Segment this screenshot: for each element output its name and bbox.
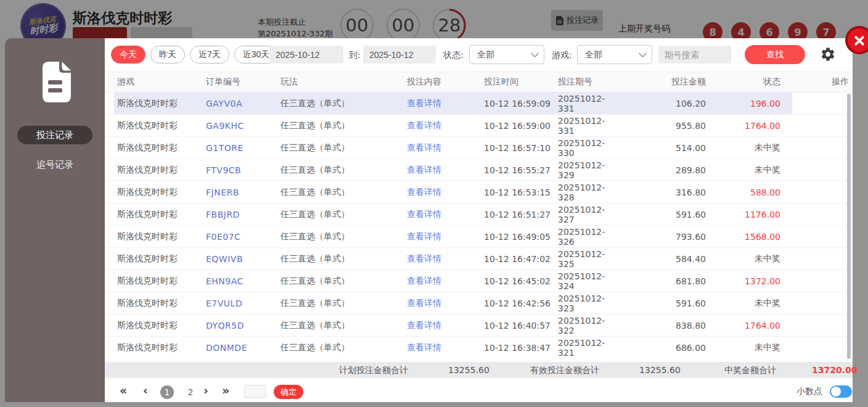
view-detail-link[interactable]: 查看详情 <box>407 276 484 287</box>
table-body: 斯洛伐克时时彩GAYV0A任三直选（单式）查看详情10-12 16:59:092… <box>105 92 853 358</box>
sidebar-item[interactable]: 追号记录 <box>17 155 92 174</box>
prev-page-button[interactable]: ‹ <box>143 384 148 397</box>
cell-bet-time: 10-12 16:57:10 <box>484 143 558 153</box>
view-detail-link[interactable]: 查看详情 <box>407 231 484 242</box>
cell-status: 1176.00 <box>709 210 784 220</box>
table-row: 斯洛伐克时时彩GAYV0A任三直选（单式）查看详情10-12 16:59:092… <box>105 92 853 114</box>
cell-play-type: 任三直选（单式） <box>280 276 407 287</box>
valid-total-value: 13255.60 <box>639 362 681 378</box>
view-detail-link[interactable]: 查看详情 <box>407 253 484 265</box>
view-detail-link[interactable]: 查看详情 <box>407 342 484 353</box>
cell-status: 1372.00 <box>709 276 784 286</box>
period-search-input[interactable] <box>658 46 731 64</box>
quick-range-filters: 今天昨天近7天近30天 <box>111 46 283 64</box>
cell-game: 斯洛伐克时时彩 <box>117 231 206 242</box>
cell-status: 未中奖 <box>709 253 784 265</box>
view-detail-link[interactable]: 查看详情 <box>407 320 484 331</box>
cell-status: 未中奖 <box>709 342 784 353</box>
cell-game: 斯洛伐克时时彩 <box>117 165 206 176</box>
date-from-input[interactable] <box>269 46 343 64</box>
view-detail-link[interactable]: 查看详情 <box>407 120 484 131</box>
cell-amount: 591.60 <box>620 298 709 308</box>
table-row: 斯洛伐克时时彩FTV9CB任三直选（单式）查看详情10-12 16:55:272… <box>105 158 853 181</box>
order-id-link[interactable]: EQWIVB <box>206 254 280 264</box>
view-detail-link[interactable]: 查看详情 <box>407 209 484 220</box>
cell-play-type: 任三直选（单式） <box>280 320 407 331</box>
view-detail-link[interactable]: 查看详情 <box>407 98 484 109</box>
cell-bet-time: 10-12 16:59:00 <box>484 121 558 131</box>
cell-bet-time: 10-12 16:42:56 <box>484 298 558 308</box>
view-detail-link[interactable]: 查看详情 <box>407 187 484 198</box>
order-id-link[interactable]: E7VULD <box>206 298 280 308</box>
sidebar-item[interactable]: 投注记录 <box>17 126 92 144</box>
order-id-link[interactable]: GA9KHC <box>206 121 280 131</box>
totals-bar: 计划投注金额合计 13255.60 有效投注金额合计 13255.60 中奖金额… <box>105 362 853 378</box>
cell-amount: 686.00 <box>620 343 709 353</box>
cell-amount: 838.80 <box>620 321 709 331</box>
view-detail-link[interactable]: 查看详情 <box>407 142 484 154</box>
bet-records-modal: 今天昨天近7天近30天 到: 状态: 全部 游戏: 全部 查找 游戏订单编号玩法… <box>105 38 853 402</box>
page-jump-confirm-button[interactable]: 确定 <box>274 385 303 399</box>
order-id-link[interactable]: EHN9AC <box>206 276 280 286</box>
cell-bet-time: 10-12 16:49:05 <box>484 232 558 242</box>
decimal-toggle[interactable] <box>830 385 852 398</box>
status-filter-label: 状态: <box>443 50 464 61</box>
next-page-button[interactable]: › <box>203 384 208 397</box>
quick-range-button[interactable]: 今天 <box>111 46 145 64</box>
quick-range-button[interactable]: 近7天 <box>190 46 229 64</box>
cell-status: 1764.00 <box>709 321 784 331</box>
order-id-link[interactable]: FJNERB <box>206 187 280 197</box>
table-row: 斯洛伐克时时彩G1TORE任三直选（单式）查看详情10-12 16:57:102… <box>105 136 853 158</box>
column-header: 游戏 <box>117 76 206 88</box>
order-id-link[interactable]: FBBJRD <box>206 210 280 220</box>
order-id-link[interactable]: DYQR5D <box>206 321 280 331</box>
game-select[interactable]: 全部 <box>577 45 652 64</box>
column-header: 投注期号 <box>558 76 620 88</box>
cell-game: 斯洛伐克时时彩 <box>117 209 206 220</box>
table-row: 斯洛伐克时时彩FBBJRD任三直选（单式）查看详情10-12 16:51:272… <box>105 203 853 225</box>
quick-range-button[interactable]: 昨天 <box>150 46 185 64</box>
cell-period: 20251012-323 <box>558 294 620 313</box>
cell-play-type: 任三直选（单式） <box>280 120 407 131</box>
cell-amount: 289.80 <box>620 165 709 175</box>
table-row: 斯洛伐克时时彩GA9KHC任三直选（单式）查看详情10-12 16:59:002… <box>105 114 853 136</box>
cell-game: 斯洛伐克时时彩 <box>117 342 206 353</box>
column-header: 投注金额 <box>620 76 709 88</box>
cell-play-type: 任三直选（单式） <box>280 142 407 154</box>
view-detail-link[interactable]: 查看详情 <box>407 165 484 176</box>
gear-icon[interactable] <box>820 46 836 62</box>
cell-bet-time: 10-12 16:53:15 <box>484 187 558 197</box>
cell-amount: 584.40 <box>620 254 709 264</box>
order-id-link[interactable]: G1TORE <box>206 143 280 153</box>
cell-status: 196.00 <box>709 99 784 109</box>
cell-play-type: 任三直选（单式） <box>280 298 407 309</box>
order-id-link[interactable]: DONMDE <box>206 343 280 353</box>
last-page-button[interactable]: » <box>222 384 229 397</box>
cell-status: 未中奖 <box>709 165 784 176</box>
status-select[interactable]: 全部 <box>469 45 544 64</box>
date-to-input[interactable] <box>363 46 436 64</box>
order-id-link[interactable]: FTV9CB <box>206 165 280 175</box>
page-number-button[interactable]: 1 <box>160 385 174 399</box>
cell-period: 20251012-329 <box>558 160 620 180</box>
records-document-icon <box>39 62 71 102</box>
first-page-button[interactable]: « <box>120 384 127 397</box>
table-row: 斯洛伐克时时彩DYQR5D任三直选（单式）查看详情10-12 16:40:572… <box>105 314 853 336</box>
cell-amount: 514.00 <box>620 143 709 153</box>
table-row: 斯洛伐克时时彩EQWIVB任三直选（单式）查看详情10-12 16:47:022… <box>105 247 853 269</box>
order-id-link[interactable]: F0E07C <box>206 232 280 242</box>
scrollbar[interactable] <box>847 94 851 359</box>
cell-period: 20251012-324 <box>558 271 620 291</box>
cell-play-type: 任三直选（单式） <box>280 209 407 220</box>
page-number-button[interactable]: 2 <box>184 385 197 399</box>
cell-status: 未中奖 <box>709 298 784 309</box>
page-jump-input[interactable] <box>244 385 266 398</box>
view-detail-link[interactable]: 查看详情 <box>407 298 484 309</box>
cell-game: 斯洛伐克时时彩 <box>117 276 206 287</box>
cell-game: 斯洛伐克时时彩 <box>117 187 206 198</box>
column-header: 订单编号 <box>206 76 280 88</box>
cell-bet-time: 10-12 16:47:02 <box>484 254 558 264</box>
search-button[interactable]: 查找 <box>745 45 805 64</box>
cell-bet-time: 10-12 16:38:47 <box>484 343 558 353</box>
order-id-link[interactable]: GAYV0A <box>206 99 280 109</box>
